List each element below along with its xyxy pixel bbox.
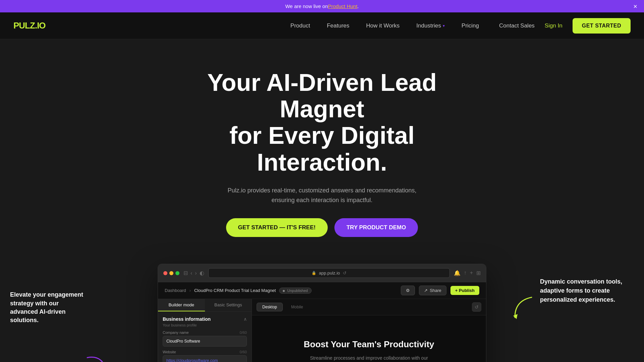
chevron-down-icon: ▾ (443, 23, 445, 28)
nav-link-pricing[interactable]: Pricing (462, 22, 479, 29)
banner-link[interactable]: Product Hunt (328, 3, 358, 9)
settings-icon: ⚙ (406, 288, 410, 293)
dot-green[interactable] (175, 271, 179, 275)
app-content: Builder mode Basic Settings Business inf… (158, 299, 486, 362)
navbar: PULZ.IO Product Features How it Works In… (0, 12, 644, 39)
tab-builder-mode[interactable]: Builder mode (158, 299, 205, 311)
forward-icon[interactable]: › (195, 270, 197, 276)
nav-item-industries[interactable]: Industries ▾ (416, 22, 445, 29)
bell-icon[interactable]: 🔔 (454, 270, 461, 276)
app-bar-right: ⚙ ↗ Share + Publish (401, 286, 479, 295)
curved-arrow-right-icon (508, 294, 535, 321)
preview-description: Streamline processes and improve collabo… (309, 354, 429, 362)
banner-period: . (357, 3, 359, 9)
website-input[interactable]: https://cloudprosoftware.com (163, 355, 247, 362)
hero-title: Your AI-Driven Lead Magnet for Every Dig… (171, 69, 473, 176)
logo[interactable]: PULZ.IO (13, 20, 46, 31)
right-preview: Desktop Mobile ↺ Boost Your Team's Produ… (252, 299, 486, 362)
logo-text: PULZ (13, 20, 35, 31)
browser-controls: ⊟ ‹ › ◐ (183, 270, 204, 276)
dot-red[interactable] (163, 271, 167, 275)
section-header: Business information ∧ (163, 316, 247, 322)
publish-button[interactable]: + Publish (450, 286, 479, 295)
sidebar-toggle-icon[interactable]: ⊟ (183, 270, 188, 276)
breadcrumb-page: CloudPro CRM Product Trial Lead Magnet (194, 288, 276, 293)
nav-links: Product Features How it Works Industries… (290, 22, 479, 29)
sign-in-link[interactable]: Sign In (545, 22, 562, 29)
mobile-view-button[interactable]: Mobile (285, 303, 309, 311)
nav-get-started-button[interactable]: GET STARTED (573, 18, 631, 34)
left-panel: Builder mode Basic Settings Business inf… (158, 299, 252, 362)
left-callout: Elevate your engagement strategy with ou… (10, 291, 87, 331)
banner-close-button[interactable]: × (633, 2, 637, 10)
browser-mockup: ⊟ ‹ › ◐ 🔒 app.pulz.io ↺ 🔔 ↑ + ⊞ Dashboar… (158, 264, 486, 362)
panel-tabs: Builder mode Basic Settings (158, 299, 252, 312)
section-title: Business information (163, 316, 211, 322)
share-icon[interactable]: ↑ (464, 270, 467, 276)
nav-item-how-it-works[interactable]: How it Works (366, 22, 400, 29)
share-button[interactable]: ↗ Share (419, 286, 446, 295)
address-bar[interactable]: 🔒 app.pulz.io ↺ (208, 268, 450, 278)
hero-subtitle: Pulz.io provides real-time, customized a… (221, 186, 423, 205)
hero-title-line1: Your AI-Driven Lead Magnet (207, 69, 437, 122)
nav-item-pricing[interactable]: Pricing (462, 22, 479, 29)
refresh-preview-button[interactable]: ↺ (472, 302, 481, 312)
browser-dots (163, 271, 179, 275)
collapse-icon[interactable]: ∧ (244, 316, 247, 322)
preview-content: Boost Your Team's Productivity Streamlin… (252, 315, 486, 362)
back-icon[interactable]: ‹ (191, 270, 192, 276)
hero-cta-secondary[interactable]: TRY PRODUCT DEMO (334, 218, 418, 237)
nav-link-industries: Industries (416, 22, 441, 29)
top-banner: We are now live on Product Hunt . × (0, 0, 644, 12)
refresh-icon: ↺ (475, 304, 479, 310)
lock-icon: 🔒 (312, 271, 316, 275)
share-label: Share (430, 288, 441, 293)
hero-buttons: GET STARTED — IT'S FREE! TRY PRODUCT DEM… (7, 218, 637, 237)
breadcrumb-separator: › (190, 288, 191, 293)
banner-text: We are now live on (285, 3, 328, 9)
nav-item-product[interactable]: Product (290, 22, 310, 29)
logo-io: IO (37, 20, 45, 31)
new-tab-icon[interactable]: + (470, 270, 473, 276)
right-callout: Dynamic conversation tools, adaptive for… (540, 277, 634, 304)
nav-link-features[interactable]: Features (327, 22, 349, 29)
status-text: Unpublished (287, 289, 308, 293)
hero-section: Your AI-Driven Lead Magnet for Every Dig… (0, 39, 644, 257)
dot-yellow[interactable] (169, 271, 173, 275)
settings-button[interactable]: ⚙ (401, 286, 415, 295)
nav-link-product[interactable]: Product (290, 22, 310, 29)
grid-icon[interactable]: ⊞ (476, 270, 481, 276)
half-circle-icon: ◐ (200, 270, 204, 276)
tab-basic-settings[interactable]: Basic Settings (205, 299, 252, 311)
nav-right: Contact Sales Sign In GET STARTED (499, 18, 631, 34)
nav-link-how-it-works[interactable]: How it Works (366, 22, 400, 29)
company-name-input[interactable]: CloudPro Software (163, 336, 247, 347)
status-dot (283, 290, 285, 292)
curved-arrow-left-icon (84, 354, 111, 362)
left-callout-text: Elevate your engagement strategy with ou… (10, 291, 87, 324)
status-badge: Unpublished (279, 288, 311, 294)
refresh-small-icon[interactable]: ↺ (343, 270, 346, 276)
nav-item-features[interactable]: Features (327, 22, 349, 29)
preview-title: Boost Your Team's Productivity (304, 339, 434, 350)
demo-section: Elevate your engagement strategy with ou… (0, 257, 644, 362)
hero-cta-primary[interactable]: GET STARTED — IT'S FREE! (226, 218, 328, 237)
browser-actions: 🔔 ↑ + ⊞ (454, 270, 481, 276)
contact-sales-link[interactable]: Contact Sales (499, 22, 535, 29)
company-name-label: Company name 0/60 (163, 330, 247, 335)
address-text: app.pulz.io (319, 270, 340, 276)
app-bar: Dashboard › CloudPro CRM Product Trial L… (158, 282, 486, 299)
share-btn-icon: ↗ (424, 288, 428, 293)
nav-dropdown-industries[interactable]: Industries ▾ (416, 22, 445, 29)
website-label: Website 0/60 (163, 350, 247, 354)
right-callout-text: Dynamic conversation tools, adaptive for… (540, 277, 634, 304)
business-info-section: Business information ∧ Your business pro… (158, 312, 252, 362)
browser-chrome: ⊟ ‹ › ◐ 🔒 app.pulz.io ↺ 🔔 ↑ + ⊞ (158, 264, 486, 282)
breadcrumb-home[interactable]: Dashboard (165, 288, 186, 293)
hero-title-line2: for Every Digital Interaction. (229, 122, 415, 175)
section-subtitle: Your business profile (163, 323, 247, 327)
desktop-view-button[interactable]: Desktop (257, 303, 283, 311)
preview-toolbar: Desktop Mobile ↺ (252, 299, 486, 315)
website-link[interactable]: https://cloudprosoftware.com (166, 358, 218, 362)
